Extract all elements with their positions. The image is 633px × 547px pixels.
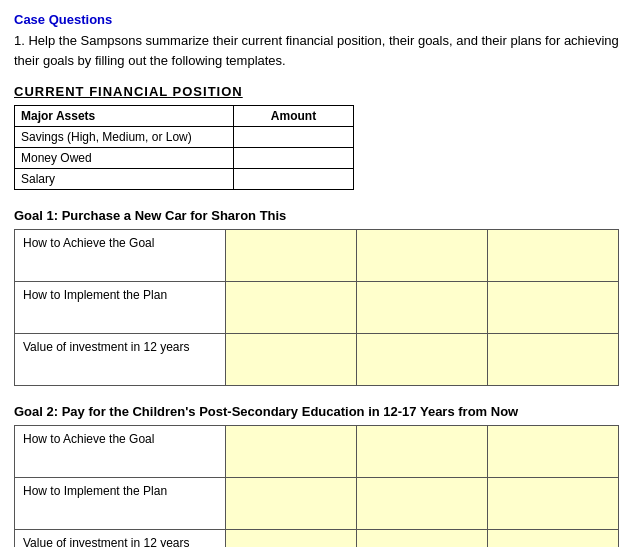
goal2-row3-label: Value of investment in 12 years [15,530,226,548]
col-header-assets: Major Assets [15,106,234,127]
table-row: How to Implement the Plan [15,478,619,530]
financial-position-title: CURRENT FINANCIAL POSITION [14,84,619,99]
goal1-title: Goal 1: Purchase a New Car for Sharon Th… [14,208,619,223]
goal2-row2-cell1[interactable] [226,478,357,530]
financial-position-table: Major Assets Amount Savings (High, Mediu… [14,105,354,190]
goal1-row2-label: How to Implement the Plan [15,282,226,334]
table-row: How to Achieve the Goal [15,230,619,282]
asset-label: Savings (High, Medium, or Low) [15,127,234,148]
asset-amount[interactable] [234,148,354,169]
goal2-row3-cell2[interactable] [357,530,488,548]
table-row: Money Owed [15,148,354,169]
table-row: Savings (High, Medium, or Low) [15,127,354,148]
intro-text: 1. Help the Sampsons summarize their cur… [14,31,619,70]
table-row: Value of investment in 12 years [15,530,619,548]
goal1-row3-cell3[interactable] [488,334,619,386]
table-row: How to Implement the Plan [15,282,619,334]
asset-amount[interactable] [234,127,354,148]
goal2-row3-cell1[interactable] [226,530,357,548]
goal2-row2-cell3[interactable] [488,478,619,530]
goal2-row1-cell1[interactable] [226,426,357,478]
goal1-row2-cell2[interactable] [357,282,488,334]
goal1-row1-cell3[interactable] [488,230,619,282]
goal2-row3-cell3[interactable] [488,530,619,548]
table-row: How to Achieve the Goal [15,426,619,478]
col-header-amount: Amount [234,106,354,127]
goal1-row3-label: Value of investment in 12 years [15,334,226,386]
goal2-row1-cell2[interactable] [357,426,488,478]
goal1-row1-cell1[interactable] [226,230,357,282]
asset-amount[interactable] [234,169,354,190]
goal1-row1-label: How to Achieve the Goal [15,230,226,282]
goal1-row2-cell1[interactable] [226,282,357,334]
goal2-row1-label: How to Achieve the Goal [15,426,226,478]
table-row: Salary [15,169,354,190]
asset-label: Money Owed [15,148,234,169]
goal2-row1-cell3[interactable] [488,426,619,478]
table-row: Value of investment in 12 years [15,334,619,386]
goal2-row2-cell2[interactable] [357,478,488,530]
goal1-row1-cell2[interactable] [357,230,488,282]
goal1-table: How to Achieve the Goal How to Implement… [14,229,619,386]
case-questions-title: Case Questions [14,12,619,27]
goal2-title: Goal 2: Pay for the Children's Post-Seco… [14,404,619,419]
goal1-row3-cell2[interactable] [357,334,488,386]
goal2-row2-label: How to Implement the Plan [15,478,226,530]
goal1-row3-cell1[interactable] [226,334,357,386]
asset-label: Salary [15,169,234,190]
goal2-table: How to Achieve the Goal How to Implement… [14,425,619,547]
goal1-row2-cell3[interactable] [488,282,619,334]
